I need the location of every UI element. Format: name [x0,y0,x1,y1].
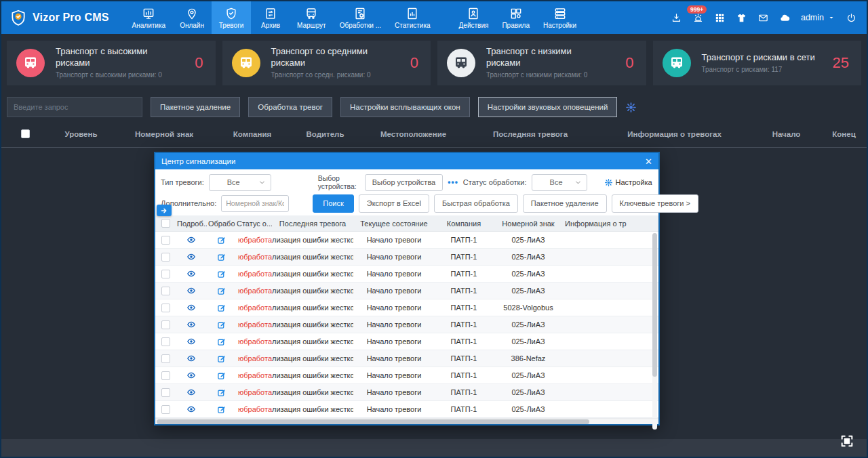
processing-status-select[interactable]: Все [532,174,587,191]
nav-tab-online[interactable]: Онлайн [172,1,212,34]
edit-icon[interactable] [207,371,235,380]
modal-column-header[interactable]: Статус о... [235,220,272,228]
expand-arrow-button[interactable] [157,205,172,216]
row-checkbox[interactable] [161,371,170,380]
nav-tab-route[interactable]: Маршрут [290,1,333,34]
modal-column-header[interactable]: Подроб... [176,220,207,228]
view-details-icon[interactable] [176,303,207,312]
view-details-icon[interactable] [176,337,207,346]
alarm-processing-button[interactable]: Обработка тревог [248,97,332,117]
batch-delete-button[interactable]: Пакетное удаление [151,97,240,117]
alarm-row[interactable]: юбработализация ошибки жесткогоНачало тр… [155,333,658,350]
row-checkbox[interactable] [161,405,170,414]
download-icon[interactable] [671,12,682,24]
main-column-header[interactable]: Номерной знак [113,130,215,138]
cloud-icon[interactable] [779,12,791,24]
modal-settings-link[interactable]: Настройка [604,178,652,187]
alarm-type-select[interactable]: Все [209,174,271,191]
alarm-row[interactable]: юбработализация ошибки жесткогоНачало тр… [155,401,658,418]
main-column-header[interactable]: Компания [215,130,290,138]
power-icon[interactable] [846,12,857,24]
row-checkbox[interactable] [161,287,170,295]
view-details-icon[interactable] [176,269,207,278]
main-column-header[interactable]: Информация о тревогах [595,130,754,138]
view-details-icon[interactable] [176,320,207,329]
user-menu[interactable]: admin [801,13,835,22]
sound-settings-button[interactable]: Настройки звуковых оповещений [478,97,618,117]
modal-column-header[interactable]: Компания [435,220,493,228]
stat-card-network-risk[interactable]: Транспорт с рисками в сетиТранспорт с ри… [653,41,862,85]
plate-company-input[interactable] [221,195,289,212]
stat-card-low-risk[interactable]: Транспорт с низкими рискамиТранспорт с н… [437,41,646,85]
edit-icon[interactable] [207,270,235,278]
main-column-header[interactable]: Уровень [49,130,113,138]
nav-tab-archive[interactable]: Архив [251,1,290,34]
main-column-header[interactable]: Начало [754,130,818,138]
batch-delete-button[interactable]: Пакетное удаление [523,194,607,213]
select-all-checkbox[interactable] [21,129,30,138]
grid-icon[interactable] [714,12,726,24]
view-details-icon[interactable] [176,388,207,397]
view-details-icon[interactable] [176,286,207,295]
alarm-row[interactable]: юбработализация ошибки жесткогоНачало тр… [155,232,658,249]
quick-processing-button[interactable]: Быстрая обработка [434,194,518,213]
row-checkbox[interactable] [161,337,170,346]
row-checkbox[interactable] [161,320,170,329]
modal-select-all-checkbox[interactable] [161,219,170,228]
vertical-scrollbar[interactable] [652,233,657,430]
nav-tab-statistics[interactable]: Статистика [388,1,437,34]
edit-icon[interactable] [207,337,235,346]
row-checkbox[interactable] [161,388,170,397]
row-checkbox[interactable] [161,270,170,278]
alarm-row[interactable]: юбработализация ошибки жесткогоНачало тр… [155,350,658,367]
row-checkbox[interactable] [161,253,170,262]
shirt-icon[interactable] [736,12,747,24]
stat-card-medium-risk[interactable]: Транспорт со средними рискамиТранспорт с… [222,41,431,85]
main-column-header[interactable]: Последняя тревога [466,130,595,138]
popup-settings-button[interactable]: Настройки всплывающих окон [340,97,470,117]
toolbar-gear-icon[interactable] [625,102,637,113]
mail-icon[interactable] [757,12,769,24]
edit-icon[interactable] [207,253,235,262]
alarm-row[interactable]: юбработализация ошибки жесткогоНачало тр… [155,299,658,316]
device-select-button[interactable]: Выбор устройства [365,174,443,191]
main-column-header[interactable]: Местоположение [361,130,466,138]
edit-icon[interactable] [207,287,235,295]
siren-icon[interactable]: 999+ [692,12,704,24]
nav-tab-processing[interactable]: Обработки ... [333,1,388,34]
modal-column-header[interactable]: Обрабо... [207,220,235,228]
nav-tab-analytics[interactable]: Аналитика [125,1,173,34]
row-checkbox[interactable] [161,304,170,312]
nav-tab-alarms[interactable]: Тревоги [212,1,251,34]
edit-icon[interactable] [207,320,235,329]
view-details-icon[interactable] [176,354,207,363]
alarm-row[interactable]: юбработализация ошибки жесткогоНачало тр… [155,283,658,299]
edit-icon[interactable] [207,388,235,397]
edit-icon[interactable] [207,304,235,312]
alarm-row[interactable]: юбработализация ошибки жесткогоНачало тр… [155,367,658,384]
edit-icon[interactable] [207,405,235,414]
stat-card-high-risk[interactable]: Транспорт с высокими рискамиТранспорт с … [7,41,216,85]
modal-column-header[interactable]: Текущее состояние [353,220,435,228]
main-column-header[interactable]: Конец [818,130,868,138]
modal-column-header[interactable]: Информация о тр [564,220,658,228]
horizontal-scroll-thumb[interactable] [157,419,589,424]
search-button[interactable]: Поиск [313,194,353,213]
search-input[interactable] [7,97,142,117]
modal-column-header[interactable]: Последняя тревога [272,220,353,228]
fullscreen-button[interactable] [840,434,854,449]
modal-column-header[interactable]: Номерной знак [493,220,564,228]
edit-icon[interactable] [207,236,235,245]
nav-tab-actions[interactable]: Действия [452,1,496,34]
main-column-header[interactable]: Водитель [290,130,361,138]
key-alarms-button[interactable]: Ключевые тревоги > [612,194,698,213]
alarm-row[interactable]: юбработализация ошибки жесткогоНачало тр… [155,249,658,266]
view-details-icon[interactable] [176,235,207,245]
nav-tab-settings[interactable]: Настройки [536,1,583,34]
alarm-row[interactable]: юбработализация ошибки жесткогоНачало тр… [155,266,658,283]
export-excel-button[interactable]: Экспорт в Excel [359,194,429,213]
vertical-scroll-thumb[interactable] [652,233,657,377]
horizontal-scrollbar[interactable] [155,418,658,424]
close-icon[interactable]: ✕ [645,157,652,166]
view-details-icon[interactable] [176,404,207,414]
